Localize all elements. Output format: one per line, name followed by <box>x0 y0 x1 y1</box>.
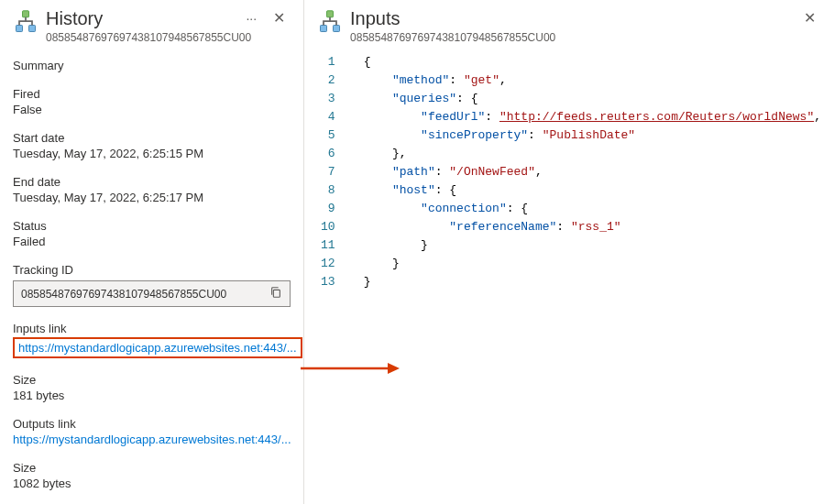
inputs-subtitle: 08585487697697438107948567855CU00 <box>350 31 791 44</box>
tracking-id-label: Tracking ID <box>13 263 291 277</box>
svg-rect-0 <box>23 11 29 17</box>
inputs-header: Inputs 08585487697697438107948567855CU00… <box>317 7 821 44</box>
code-lines: { "method": "get", "queries": { "feedUrl… <box>351 53 821 291</box>
more-icon[interactable]: ··· <box>242 11 260 26</box>
svg-rect-7 <box>321 26 327 32</box>
svg-rect-8 <box>334 26 340 32</box>
outputs-size-value: 1082 bytes <box>13 477 291 490</box>
close-icon[interactable]: ✕ <box>798 7 821 29</box>
history-panel: History 08585487697697438107948567855CU0… <box>0 0 304 504</box>
end-date-label: End date <box>13 175 291 189</box>
start-date-label: Start date <box>13 131 291 145</box>
tracking-id-value: 08585487697697438107948567855CU00 <box>21 288 226 301</box>
close-icon[interactable]: ✕ <box>268 7 291 29</box>
inputs-link-label: Inputs link <box>13 322 291 335</box>
history-subtitle: 08585487697697438107948567855CU00 <box>46 31 235 44</box>
tracking-id-field: 08585487697697438107948567855CU00 <box>13 280 291 307</box>
svg-rect-3 <box>273 290 280 297</box>
fired-value: False <box>13 103 291 116</box>
outputs-link[interactable]: https://mystandardlogicapp.azurewebsites… <box>13 433 291 446</box>
inputs-panel: Inputs 08585487697697438107948567855CU00… <box>304 0 834 504</box>
json-viewer[interactable]: 12345678910111213 { "method": "get", "qu… <box>317 53 821 291</box>
history-header: History 08585487697697438107948567855CU0… <box>13 7 291 44</box>
svg-rect-2 <box>29 26 36 32</box>
inputs-link-highlight: https://mystandardlogicapp.azurewebsites… <box>13 337 302 358</box>
inputs-link[interactable]: https://mystandardlogicapp.azurewebsites… <box>18 341 297 355</box>
outputs-link-label: Outputs link <box>13 417 291 431</box>
history-title: History <box>46 7 235 29</box>
inputs-size-label: Size <box>13 373 291 387</box>
inputs-size-value: 181 bytes <box>13 389 291 402</box>
summary-heading: Summary <box>13 59 291 72</box>
end-date-value: Tuesday, May 17, 2022, 6:25:17 PM <box>13 191 291 204</box>
hierarchy-icon <box>317 9 343 35</box>
outputs-size-label: Size <box>13 461 291 475</box>
copy-icon[interactable] <box>268 286 284 301</box>
status-value: Failed <box>13 235 291 248</box>
line-gutter: 12345678910111213 <box>317 53 351 291</box>
svg-rect-1 <box>16 26 23 32</box>
start-date-value: Tuesday, May 17, 2022, 6:25:15 PM <box>13 147 291 160</box>
hierarchy-icon <box>13 9 38 35</box>
fired-label: Fired <box>13 87 291 101</box>
status-label: Status <box>13 219 291 233</box>
svg-rect-6 <box>327 11 334 17</box>
inputs-title: Inputs <box>350 7 791 29</box>
